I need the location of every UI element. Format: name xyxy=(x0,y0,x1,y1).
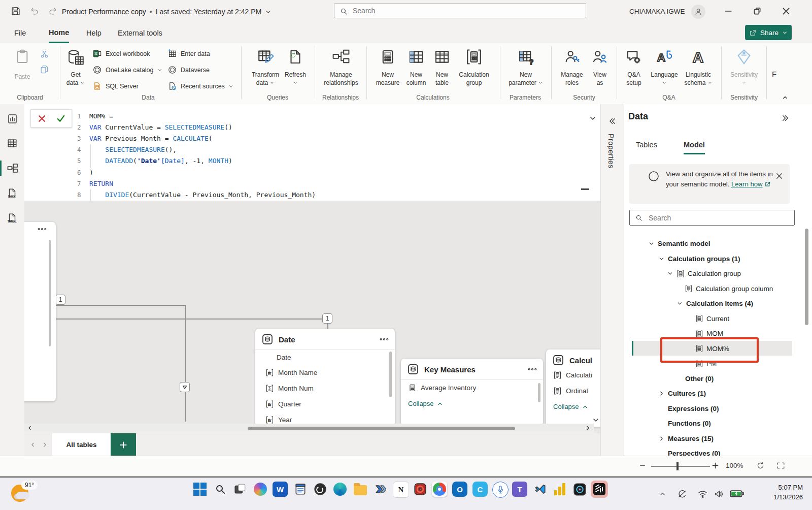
new-column-button[interactable]: Newcolumn xyxy=(402,48,430,87)
tree-item-expressions[interactable]: Expressions (0) xyxy=(624,401,805,416)
taskbar-teams-button[interactable]: T xyxy=(512,482,527,497)
table-card-partial[interactable] xyxy=(24,222,56,401)
fit-to-screen-icon[interactable] xyxy=(776,461,786,470)
linguistic-schema-button[interactable]: Linguistic schema xyxy=(681,48,716,87)
taskbar-vscode-button[interactable] xyxy=(532,482,548,497)
redo-button[interactable] xyxy=(48,6,58,16)
dax-code[interactable]: 1MOM% = 2VAR CurrentValue = SELECTEDMEAS… xyxy=(24,110,578,201)
document-title-menu[interactable]: Product Performance copy • Last saved: Y… xyxy=(62,6,272,17)
field-row[interactable]: Calculati xyxy=(546,367,600,383)
taskbar-power-automate-button[interactable] xyxy=(373,482,388,497)
undo-button[interactable] xyxy=(29,6,40,16)
field-row[interactable]: Date xyxy=(255,350,395,365)
table-view-button[interactable] xyxy=(7,138,18,149)
dax-formula-editor[interactable]: 1MOM% = 2VAR CurrentValue = SELECTEDMEAS… xyxy=(24,104,600,201)
field-row[interactable]: Average Inventory xyxy=(401,380,543,396)
tree-item-semantic-model[interactable]: Semantic model xyxy=(624,236,805,251)
close-banner-icon[interactable] xyxy=(775,172,783,180)
cancel-formula-icon[interactable] xyxy=(38,114,46,123)
zoom-percent[interactable]: 100% xyxy=(726,462,743,469)
new-parameter-button[interactable]: New parameter xyxy=(509,48,543,87)
more-options-icon[interactable] xyxy=(38,227,47,231)
report-view-button[interactable] xyxy=(7,113,18,124)
taskbar-task-view-button[interactable] xyxy=(232,482,248,497)
taskbar-outlook-button[interactable]: O xyxy=(452,482,467,497)
taskbar-search-button[interactable] xyxy=(213,482,228,497)
tab-all-tables[interactable]: All tables xyxy=(52,433,111,456)
share-button[interactable]: Share xyxy=(745,25,792,40)
tree-item-measures[interactable]: Measures (15) xyxy=(624,431,805,446)
global-search-box[interactable] xyxy=(334,3,586,18)
data-pane-search-input[interactable] xyxy=(648,213,787,222)
model-view-button[interactable] xyxy=(7,163,18,174)
collapse-card-link[interactable]: Collapse xyxy=(401,396,543,407)
table-card-date[interactable]: Date Date Month Name Month Num Quarter Y… xyxy=(255,329,395,427)
collapse-ribbon-button[interactable] xyxy=(782,94,789,101)
expand-formula-bar-button[interactable] xyxy=(589,114,597,122)
relationship-line[interactable] xyxy=(185,305,186,422)
menu-file[interactable]: File xyxy=(14,23,26,43)
chevron-down-icon[interactable] xyxy=(648,240,655,247)
relationship-line[interactable] xyxy=(56,318,327,320)
field-row[interactable]: Month Num xyxy=(255,380,395,396)
double-chevron-left-icon[interactable] xyxy=(608,117,616,125)
card-scrollbar[interactable] xyxy=(389,352,392,397)
taskbar-capcut-button[interactable] xyxy=(591,481,608,498)
tray-battery-icon[interactable] xyxy=(730,477,744,510)
menu-help[interactable]: Help xyxy=(86,23,101,43)
refresh-button[interactable]: Refresh xyxy=(282,48,309,85)
taskbar-edge-button[interactable] xyxy=(332,482,348,497)
taskbar-clipchamp-button[interactable]: C xyxy=(472,482,488,497)
menu-home[interactable]: Home xyxy=(49,23,69,43)
more-options-icon[interactable] xyxy=(528,367,537,371)
tray-clock[interactable]: 5:07 PM 1/13/2026 xyxy=(773,483,803,502)
properties-panel-title[interactable]: Properties xyxy=(607,134,616,168)
excel-workbook-button[interactable]: Excel workbook xyxy=(92,49,150,58)
commit-formula-icon[interactable] xyxy=(56,114,65,123)
close-button[interactable] xyxy=(782,7,791,16)
zoom-slider-track[interactable] xyxy=(651,466,710,467)
minimize-button[interactable] xyxy=(724,7,733,16)
table-card-calculation-group[interactable]: Calcul Calculati Ordinal Collapse xyxy=(546,349,600,427)
account-area[interactable]: CHIAMAKA IGWE xyxy=(629,0,705,23)
chevron-down-icon[interactable] xyxy=(658,256,665,262)
sensitivity-button[interactable]: Sensitivity xyxy=(726,48,762,85)
tree-item-other[interactable]: Other (0) xyxy=(624,371,805,386)
taskbar-power-bi-button[interactable] xyxy=(552,482,567,497)
scroll-right-icon[interactable] xyxy=(585,425,591,431)
collapse-data-pane-icon[interactable] xyxy=(782,114,789,122)
scroll-left-icon[interactable] xyxy=(26,425,33,431)
tree-item-calculation-group-column[interactable]: Calculation group column xyxy=(624,281,805,296)
recent-sources-button[interactable]: Recent sources xyxy=(167,81,233,91)
search-input[interactable] xyxy=(352,6,547,15)
canvas-horizontal-scrollbar[interactable] xyxy=(24,424,594,433)
tmdl-view-button[interactable]: TMDL xyxy=(7,212,18,224)
more-options-icon[interactable] xyxy=(380,337,389,341)
save-button[interactable] xyxy=(10,6,21,17)
relationship-line[interactable] xyxy=(56,305,185,306)
avatar[interactable] xyxy=(691,5,705,19)
card-scrollbar[interactable] xyxy=(538,383,540,402)
get-data-button[interactable]: Get data xyxy=(63,48,88,87)
model-canvas[interactable]: 1 1 Date Date Month Name Month Num Quart… xyxy=(24,201,600,433)
chevron-right-icon[interactable] xyxy=(658,390,665,397)
chevron-right-icon[interactable] xyxy=(658,435,665,442)
tree-item-calculation-group[interactable]: Calculation group xyxy=(624,266,805,281)
new-measure-button[interactable]: Newmeasure xyxy=(373,48,402,87)
menu-external-tools[interactable]: External tools xyxy=(118,23,162,43)
taskbar-notepad-button[interactable] xyxy=(293,482,308,497)
card-scrollbar[interactable] xyxy=(49,240,51,346)
tree-item-functions[interactable]: Functions (0) xyxy=(624,416,805,431)
field-row[interactable]: Ordinal xyxy=(546,383,600,399)
zoom-slider-thumb[interactable] xyxy=(676,462,679,470)
qa-setup-button[interactable]: Q&Asetup xyxy=(620,48,648,87)
calculation-group-button[interactable]: Calculationgroup xyxy=(456,48,492,87)
tray-dnd-icon[interactable] xyxy=(677,477,688,510)
tab-nav-forward-icon[interactable] xyxy=(42,441,48,448)
taskbar-dark-app-button[interactable] xyxy=(572,482,587,497)
paste-button[interactable]: Paste xyxy=(10,48,35,81)
tray-wifi-icon[interactable] xyxy=(697,477,708,510)
collapse-card-link[interactable]: Collapse xyxy=(546,399,600,410)
tree-item-cultures[interactable]: Cultures (1) xyxy=(624,386,805,401)
taskbar-obs-button[interactable] xyxy=(313,482,328,497)
